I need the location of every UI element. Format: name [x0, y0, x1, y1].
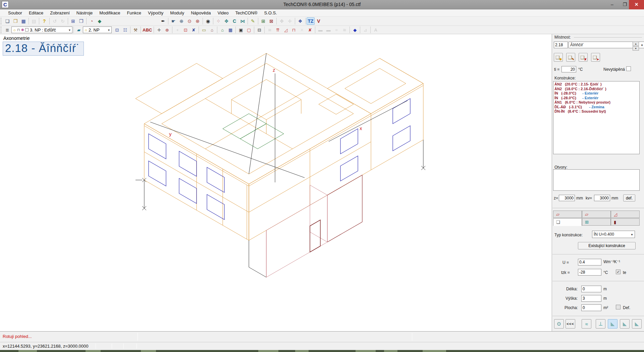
pipe-zigzag[interactable]: ≈	[332, 26, 340, 33]
delka-input[interactable]	[581, 286, 601, 292]
drawing-canvas[interactable]: x y z Axonometrie 2.18 - Ăîńňčíŕ˙	[0, 34, 552, 331]
zoom-all[interactable]: ⊛	[194, 17, 202, 25]
open-file[interactable]: ❒	[11, 17, 19, 25]
chevron-down-icon[interactable]: ▾	[629, 233, 635, 236]
slope-tool[interactable]: ⊿	[361, 26, 369, 33]
box-3d[interactable]: ▣	[237, 26, 245, 33]
room-number-input[interactable]	[554, 42, 568, 48]
menu-item[interactable]: Nápověda	[187, 10, 214, 16]
menu-item[interactable]: Editace	[25, 10, 47, 16]
chevron-down-icon[interactable]: ▾	[639, 43, 644, 47]
pan-hand[interactable]: ☛	[169, 17, 177, 25]
menu-item[interactable]: Funkce	[123, 10, 145, 16]
room-properties[interactable]: ⊡	[113, 26, 121, 33]
slope-fill-1[interactable]: ◣	[608, 319, 618, 329]
typ-konstrukce-combo[interactable]: ÍN U=0.400 ▾	[592, 231, 635, 238]
menu-item[interactable]: TechCON®	[232, 10, 261, 16]
table-flip[interactable]: ⊓	[290, 26, 298, 33]
pipe-down-tool[interactable]: ⊥	[596, 319, 605, 329]
search-construction[interactable]: ⊙	[554, 319, 564, 329]
room-spinner-up[interactable]: ▲	[633, 42, 639, 46]
eraser-blue[interactable]: ◆	[351, 26, 359, 33]
nevytapena-checkbox[interactable]	[626, 66, 631, 71]
zoom-dynamic[interactable]: ⊕	[177, 17, 185, 25]
copy-view[interactable]: ❖	[296, 17, 304, 25]
grid-zone[interactable]: ⊠	[267, 17, 275, 25]
undo[interactable]: ↺	[51, 17, 59, 25]
mirror[interactable]: ⋈	[238, 17, 247, 25]
ti-input[interactable]	[561, 66, 576, 72]
menu-item[interactable]: Moduly	[167, 10, 187, 16]
settings-wrench[interactable]: ⚒	[131, 26, 140, 33]
house-view[interactable]: ⌂	[218, 26, 226, 33]
floor-selector-combo[interactable]: ☼ ⊓ ❋ 3. NP : Eďůřč ▾	[11, 26, 72, 33]
save-file[interactable]: ▦	[19, 17, 28, 25]
redo[interactable]: ↻	[59, 17, 67, 25]
pipe-double[interactable]: ▬	[324, 26, 332, 33]
room-spinner-down[interactable]: ▼	[633, 46, 639, 51]
rotate[interactable]: C	[230, 17, 238, 25]
konstrukce-list-item[interactable]: ÄN1 (6.0°C : Nebytový prostor)	[553, 100, 639, 105]
fit-width[interactable]: ✥	[278, 17, 286, 25]
fit-all[interactable]: ✛	[286, 17, 294, 25]
room-plan[interactable]: ⊟	[255, 26, 263, 33]
insert-point[interactable]: ✛	[155, 26, 163, 33]
zoom-window[interactable]: ⊙	[185, 17, 194, 25]
chevron-down-icon[interactable]: ▾	[106, 28, 111, 32]
text-abc[interactable]: ABC	[142, 26, 153, 33]
grid-structure[interactable]: ⊞	[259, 17, 267, 25]
snap-points[interactable]: ⁘	[214, 17, 222, 25]
room-add[interactable]: ❑ ✱	[554, 53, 563, 62]
room-delete[interactable]: ❑ ✘	[579, 53, 588, 62]
zigzag-tool[interactable]: ≈	[582, 319, 591, 329]
menu-item[interactable]: Soubor	[5, 10, 25, 16]
vyska-input[interactable]	[581, 295, 601, 302]
plocha-input[interactable]	[581, 304, 601, 311]
box-outline[interactable]: ▢	[245, 26, 253, 33]
module-v[interactable]: V	[315, 17, 323, 25]
building-view[interactable]: ▦	[226, 26, 234, 33]
project-manager[interactable]: ❒	[77, 17, 85, 25]
tab-door[interactable]: ▮	[611, 218, 640, 226]
wall-layer-icon[interactable]: ▰	[75, 26, 83, 33]
3d-model[interactable]: ◆	[96, 17, 104, 25]
move[interactable]: ✥	[222, 17, 230, 25]
z-input[interactable]	[559, 195, 575, 201]
konstrukce-list[interactable]: ÄN2 (20.0°C : 2.15- Ęóőí˙ )ÄN2 (18.0°C :…	[553, 81, 640, 154]
selection-zone[interactable]: ⊡	[181, 26, 190, 33]
kv-input[interactable]	[594, 195, 610, 201]
room-copy[interactable]: ❑ ➤	[591, 53, 600, 62]
time-tracking[interactable]: ◔	[88, 17, 96, 25]
roof-slope[interactable]: ◿	[282, 26, 290, 33]
existujici-konstrukce-button[interactable]: Existující konstrukce	[578, 242, 636, 249]
add-vertex[interactable]: +	[173, 26, 181, 33]
level-selector-combo[interactable]: ☼ 2. NP ▾	[83, 26, 112, 33]
delete-vertex[interactable]: ✘	[190, 26, 198, 33]
measure-length[interactable]: ▭	[200, 26, 208, 33]
menu-item[interactable]: Video	[214, 10, 232, 16]
rotate-point[interactable]: ⊕	[163, 26, 171, 33]
otvory-list[interactable]	[553, 169, 640, 191]
tzk-input[interactable]	[578, 269, 601, 276]
zoom-previous[interactable]: ◉	[204, 17, 212, 25]
measure-roof[interactable]: ⌂	[208, 26, 216, 33]
style-pen[interactable]: ✒	[159, 17, 167, 25]
delete-dotted[interactable]: ✕	[298, 26, 306, 33]
eraser[interactable]: ✎	[249, 17, 257, 25]
menu-item[interactable]: Výpočty	[145, 10, 167, 16]
new-file[interactable]: ❏	[3, 17, 11, 25]
konstrukce-list-item[interactable]: ĎN-ÍN (8.4°C : Sousední byt)	[553, 109, 639, 114]
close-button[interactable]: ✕	[629, 0, 644, 9]
floor-visibility-checkbox[interactable]	[25, 28, 29, 32]
menu-item[interactable]: S.O.S.	[261, 10, 280, 16]
layers-icon[interactable]: ≣	[3, 26, 11, 33]
te-checkbox[interactable]: ✔	[616, 270, 621, 274]
text-tool[interactable]: A	[372, 26, 380, 33]
tab-ceiling[interactable]: ▱	[553, 211, 582, 218]
menu-item[interactable]: Nástroje	[73, 10, 96, 16]
tab-window[interactable]: ⊞	[582, 218, 611, 226]
slope-fill-3[interactable]: ◣	[632, 319, 642, 329]
pipe-vertical[interactable]: ≋	[340, 26, 348, 33]
konstrukce-list-item[interactable]: ÍN (-28.0°C) - Exteriér	[553, 91, 639, 96]
room-list[interactable]: ☷	[121, 26, 129, 33]
